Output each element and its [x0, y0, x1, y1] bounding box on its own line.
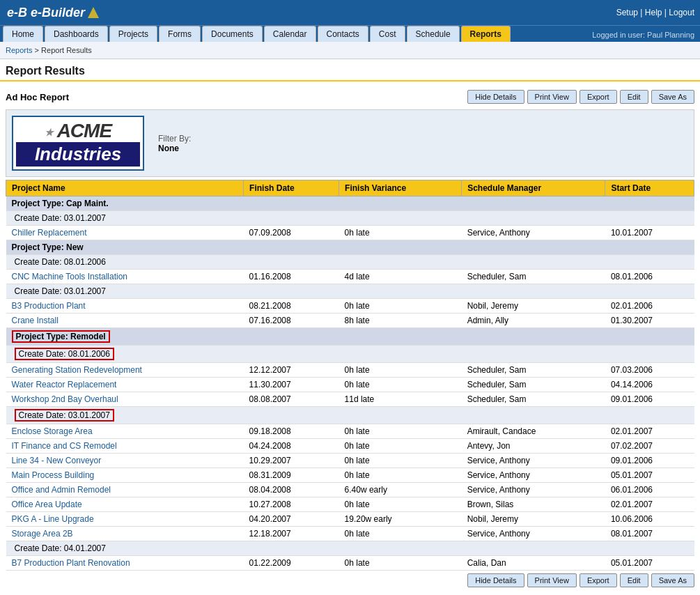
it-finance-link[interactable]: IT Finance and CS Remodel — [12, 441, 117, 451]
b7-production-link[interactable]: B7 Production Plant Renovation — [12, 558, 130, 568]
office-area-update-link[interactable]: Office Area Update — [12, 500, 82, 509]
finish-date-cell: 08.31.2009 — [244, 468, 339, 483]
water-reactor-link[interactable]: Water Reactor Replacement — [12, 380, 117, 389]
finish-date-cell: 01.22.2009 — [244, 556, 339, 571]
finish-variance-cell: 4d late — [339, 270, 462, 284]
breadcrumb: Reports > Report Results — [0, 42, 700, 59]
breadcrumb-current: Report Results — [41, 46, 92, 54]
schedule-manager-cell: Service, Anthony — [462, 468, 605, 483]
finish-variance-cell: 0h late — [339, 439, 462, 454]
tab-reports[interactable]: Reports — [461, 26, 511, 42]
project-name-cell: Enclose Storage Area — [6, 424, 244, 439]
subgroup-new-03012007: Create Date: 03.01.2007 — [6, 284, 694, 299]
export-button[interactable]: Export — [580, 90, 617, 104]
finish-date-cell: 09.18.2008 — [244, 424, 339, 439]
edit-button[interactable]: Edit — [620, 90, 648, 104]
table-row: PKG A - Line Upgrade 04.20.2007 19.20w e… — [6, 512, 694, 527]
print-view-bottom-button[interactable]: Print View — [527, 573, 577, 587]
acme-top-text: ★ ACME — [16, 120, 140, 142]
finish-variance-cell: 0h late — [339, 454, 462, 468]
finish-date-cell: 01.16.2008 — [244, 270, 339, 284]
pkg-a-line-upgrade-link[interactable]: PKG A - Line Upgrade — [12, 514, 94, 524]
schedule-manager-cell: Service, Anthony — [462, 527, 605, 541]
table-row: Water Reactor Replacement 11.30.2007 0h … — [6, 378, 694, 392]
finish-date-cell: 04.24.2008 — [244, 439, 339, 454]
project-name-cell: PKG A - Line Upgrade — [6, 512, 244, 527]
finish-variance-cell: 0h late — [339, 527, 462, 541]
nav-bar: Home Dashboards Projects Forms Documents… — [0, 25, 700, 42]
workshop-2nd-bay-link[interactable]: Workshop 2nd Bay Overhaul — [12, 394, 118, 404]
save-as-button[interactable]: Save As — [651, 90, 694, 104]
save-as-bottom-button[interactable]: Save As — [651, 573, 694, 587]
office-admin-remodel-link[interactable]: Office and Admin Remodel — [12, 485, 111, 495]
table-row: Office Area Update 10.27.2008 0h late Br… — [6, 497, 694, 512]
crane-install-link[interactable]: Crane Install — [12, 316, 59, 325]
col-finish-variance: Finish Variance — [339, 180, 462, 196]
storage-area-2b-link[interactable]: Storage Area 2B — [12, 529, 73, 539]
enclose-storage-link[interactable]: Enclose Storage Area — [12, 426, 93, 436]
finish-date-cell: 10.27.2008 — [244, 497, 339, 512]
line34-conveyor-link[interactable]: Line 34 - New Conveyor — [12, 456, 102, 465]
tab-cost[interactable]: Cost — [370, 26, 405, 42]
subgroup-label: Create Date: 04.01.2007 — [6, 541, 694, 556]
tab-dashboards[interactable]: Dashboards — [45, 26, 108, 42]
schedule-manager-cell: Nobil, Jeremy — [462, 299, 605, 314]
table-row: Crane Install 07.16.2008 8h late Admin, … — [6, 314, 694, 328]
start-date-cell: 08.01.2007 — [605, 527, 694, 541]
table-row: Storage Area 2B 12.18.2007 0h late Servi… — [6, 527, 694, 541]
logged-in-user: Logged in user: Paul Planning — [586, 28, 700, 42]
schedule-manager-cell: Scheduler, Sam — [462, 378, 605, 392]
main-process-building-link[interactable]: Main Process Building — [12, 470, 95, 480]
col-project-name: Project Name — [6, 180, 244, 196]
project-name-cell: Water Reactor Replacement — [6, 378, 244, 392]
start-date-cell: 02.01.2006 — [605, 299, 694, 314]
report-title: Ad Hoc Report — [6, 92, 69, 102]
project-name-cell: Workshop 2nd Bay Overhaul — [6, 392, 244, 407]
edit-bottom-button[interactable]: Edit — [620, 573, 648, 587]
tab-documents[interactable]: Documents — [202, 26, 263, 42]
breadcrumb-reports[interactable]: Reports — [6, 46, 33, 54]
hide-details-button[interactable]: Hide Details — [467, 90, 524, 104]
schedule-manager-cell: Calia, Dan — [462, 556, 605, 571]
svg-marker-2 — [88, 7, 99, 18]
cnc-machine-link[interactable]: CNC Machine Tools Installation — [12, 272, 128, 281]
tab-projects[interactable]: Projects — [109, 26, 157, 42]
tab-home[interactable]: Home — [3, 26, 43, 42]
logo-area: e-B e-Builder — [6, 1, 100, 24]
finish-date-cell: 12.18.2007 — [244, 527, 339, 541]
project-name-cell: IT Finance and CS Remodel — [6, 439, 244, 454]
schedule-manager-cell: Nobil, Jeremy — [462, 512, 605, 527]
finish-date-cell: 08.04.2008 — [244, 483, 339, 497]
schedule-manager-cell: Brown, Silas — [462, 497, 605, 512]
finish-variance-cell: 0h late — [339, 226, 462, 240]
subgroup-new-08012006: Create Date: 08.01.2006 — [6, 255, 694, 270]
project-name-cell: Office Area Update — [6, 497, 244, 512]
print-view-button[interactable]: Print View — [527, 90, 577, 104]
breadcrumb-separator: > — [35, 46, 41, 54]
report-header: Ad Hoc Report Hide Details Print View Ex… — [6, 87, 694, 107]
table-row: B3 Production Plant 08.21.2008 0h late N… — [6, 299, 694, 314]
filter-label: Filter By: — [158, 134, 191, 144]
table-row: Line 34 - New Conveyor 10.29.2007 0h lat… — [6, 454, 694, 468]
table-row: Enclose Storage Area 09.18.2008 0h late … — [6, 424, 694, 439]
generating-station-link[interactable]: Generating Station Redevelopment — [12, 365, 142, 375]
ebuilder-logo-icon: e-B — [6, 1, 28, 24]
hide-details-bottom-button[interactable]: Hide Details — [467, 573, 524, 587]
group-remodel: Project Type: Remodel — [6, 328, 694, 346]
tab-forms[interactable]: Forms — [159, 26, 201, 42]
group-cap-maint: Project Type: Cap Maint. — [6, 196, 694, 211]
tab-calendar[interactable]: Calendar — [264, 26, 316, 42]
chiller-replacement-link[interactable]: Chiller Replacement — [12, 228, 87, 238]
setup-link[interactable]: Setup — [616, 8, 638, 17]
tab-contacts[interactable]: Contacts — [318, 26, 368, 42]
table-row: IT Finance and CS Remodel 04.24.2008 0h … — [6, 439, 694, 454]
filter-area: Filter By: None — [158, 134, 191, 153]
b3-production-link[interactable]: B3 Production Plant — [12, 301, 86, 311]
logout-link[interactable]: Logout — [669, 8, 694, 17]
start-date-cell: 04.14.2006 — [605, 378, 694, 392]
export-bottom-button[interactable]: Export — [580, 573, 617, 587]
help-link[interactable]: Help — [645, 8, 662, 17]
top-links: Setup | Help | Logout — [616, 8, 694, 17]
app-name: e-Builder — [31, 6, 85, 20]
tab-schedule[interactable]: Schedule — [407, 26, 460, 42]
